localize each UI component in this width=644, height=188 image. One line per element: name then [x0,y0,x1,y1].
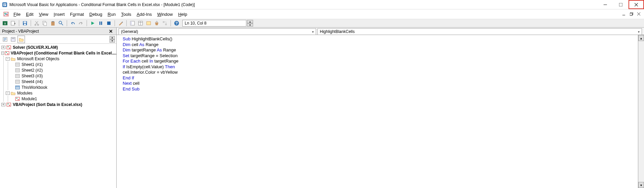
tree-node-modules[interactable]: − Modules [6,90,115,96]
reset-button[interactable] [105,20,113,27]
tree-label: VBAProject (Conditional Format Blank Cel… [11,51,116,55]
svg-rect-11 [24,22,26,23]
svg-rect-12 [24,24,26,25]
toggle-folders-button[interactable] [18,36,25,43]
menu-insert[interactable]: Insert [51,10,67,18]
view-excel-button[interactable]: X [1,20,9,27]
chevron-down-icon: ▾ [312,30,314,34]
code-text[interactable]: Sub HighlightBlankCells()Dim cell As Ran… [117,35,638,188]
svg-rect-43 [16,80,20,83]
svg-rect-21 [101,22,102,25]
insert-dropdown-button[interactable] [9,20,17,27]
menu-window[interactable]: Window [154,10,175,18]
svg-point-35 [8,46,9,47]
tree-label: VBAProject (Sort Data in Excel.xlsx) [13,102,82,107]
expand-icon[interactable]: + [1,46,5,49]
project-explorer-title-text: Project - VBAProject [2,29,39,34]
mdi-close-button[interactable] [636,11,642,17]
tree-node-thisworkbook[interactable]: ThisWorkbook [10,84,115,90]
copy-button[interactable] [41,20,49,27]
scrollbar-track[interactable] [638,41,644,182]
properties-window-button[interactable] [137,20,144,27]
help-button[interactable]: ? [173,20,180,27]
maximize-button[interactable] [613,0,628,9]
find-button[interactable] [57,20,65,27]
toolbar-scroll-up[interactable]: ▴ [247,20,253,23]
menu-format[interactable]: Format [67,10,87,18]
svg-rect-1 [619,3,622,6]
svg-point-39 [7,53,8,54]
toolbar-scroll-down[interactable]: ▾ [247,23,253,27]
tab-order-button[interactable] [161,20,168,27]
scroll-down-button[interactable]: ▾ [638,182,644,188]
design-mode-button[interactable] [117,20,124,27]
svg-rect-41 [16,69,20,72]
svg-rect-26 [147,22,151,25]
tree-node-excel-objects[interactable]: − Microsoft Excel Objects [6,56,115,62]
menu-edit[interactable]: Edit [23,10,36,18]
toolbar-scroll: ▴ ▾ [247,20,253,27]
folder-icon [10,56,16,62]
paste-button[interactable] [49,20,57,27]
code-editor[interactable]: Sub HighlightBlankCells()Dim cell As Ran… [117,35,644,188]
scroll-up-button[interactable]: ▴ [638,35,644,41]
vertical-scrollbar[interactable]: ▴ ▾ [638,35,644,188]
svg-rect-28 [165,24,167,25]
tree-node-sheet1[interactable]: Sheet1 (#1) [10,62,115,67]
minimize-button[interactable] [597,0,613,9]
tree-node-sheet3[interactable]: Sheet3 (#3) [10,73,115,79]
mdi-restore-button[interactable] [628,11,635,17]
project-tree[interactable]: + Solver (SOLVER.XLAM) − VBAProject (Con… [0,44,116,188]
mdi-minimize-button[interactable] [621,11,627,17]
menu-run[interactable]: Run [105,10,118,18]
menu-tools[interactable]: Tools [118,10,134,18]
project-explorer-button[interactable] [129,20,136,27]
svg-rect-6 [630,13,632,15]
svg-text:?: ? [176,21,178,25]
menubar: File Edit View Insert Format Debug Run T… [0,9,644,19]
object-dropdown[interactable]: (General) ▾ [119,28,316,35]
collapse-icon[interactable]: − [6,57,10,61]
project-explorer-pane: Project - VBAProject ✕ ▴ ▾ + Solver (SOL… [0,28,117,188]
cursor-position: Ln 10, Col 8 [182,20,246,27]
tree-node-vbaproject-1[interactable]: − VBAProject (Conditional Format Blank C… [1,50,115,56]
collapse-icon[interactable]: − [6,91,10,95]
tree-node-solver[interactable]: + Solver (SOLVER.XLAM) [1,44,115,50]
menu-view[interactable]: View [36,10,51,18]
view-code-button[interactable] [1,36,9,43]
window-controls [597,0,644,9]
svg-rect-44 [16,86,20,89]
tree-node-sheet2[interactable]: Sheet2 (#2) [10,67,115,73]
menu-help[interactable]: Help [176,10,190,18]
toolbox-button[interactable] [153,20,160,27]
run-sub-button[interactable] [89,20,96,27]
redo-button[interactable] [77,20,85,27]
object-browser-button[interactable] [145,20,152,27]
svg-point-47 [18,99,19,100]
project-explorer-close-button[interactable]: ✕ [108,29,114,34]
collapse-icon[interactable]: − [1,51,4,55]
project-toolbar-scroll-up[interactable]: ▴ [110,36,115,39]
procedure-dropdown[interactable]: HighlightBlankCells ▾ [317,28,642,35]
break-button[interactable] [97,20,104,27]
svg-text:X: X [4,22,6,25]
vbaproject-icon [6,45,11,50]
menu-file[interactable]: File [11,10,23,18]
save-button[interactable] [21,20,29,27]
object-dropdown-value: (General) [121,29,138,34]
tree-node-module1[interactable]: Module1 [10,96,115,102]
svg-rect-33 [12,38,14,39]
code-area: (General) ▾ HighlightBlankCells ▾ Sub Hi… [117,28,644,188]
tree-node-vbaproject-2[interactable]: + VBAProject (Sort Data in Excel.xlsx) [1,102,115,107]
project-toolbar-scroll-down[interactable]: ▾ [110,39,115,43]
window-title: Microsoft Visual Basic for Applications … [9,2,597,7]
undo-button[interactable] [69,20,76,27]
vbaproject-icon [5,50,9,56]
menu-addins[interactable]: Add-Ins [134,10,155,18]
close-button[interactable] [628,0,644,9]
tree-node-sheet4[interactable]: Sheet4 (#4) [10,79,115,84]
cut-button[interactable] [33,20,40,27]
menu-debug[interactable]: Debug [87,10,105,18]
expand-icon[interactable]: + [1,103,5,106]
view-object-button[interactable] [9,36,17,43]
